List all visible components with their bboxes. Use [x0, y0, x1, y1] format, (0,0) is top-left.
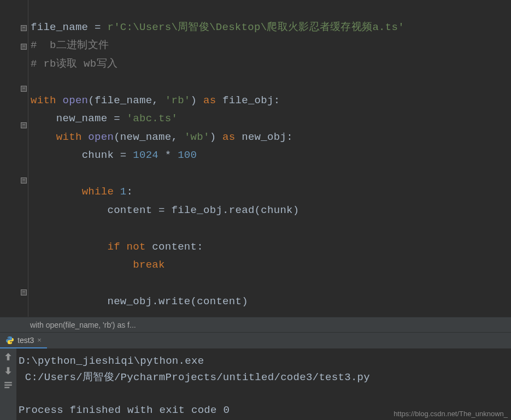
code-token: file_obj: [222, 94, 274, 107]
code-token: 100: [178, 149, 197, 161]
fold-icon[interactable]: [21, 122, 27, 128]
code-token: while: [82, 186, 114, 198]
run-tabs: test3 ×: [0, 332, 511, 348]
code-token: new_name: [120, 131, 172, 143]
arrow-up-icon[interactable]: [3, 352, 13, 362]
python-icon: [5, 336, 14, 345]
svg-rect-0: [4, 382, 12, 383]
tab-test3[interactable]: test3 ×: [0, 333, 47, 348]
code-token: b: [50, 39, 56, 51]
code-token: file_obj: [171, 204, 222, 216]
wrap-icon[interactable]: [3, 380, 13, 390]
fold-icon[interactable]: [21, 25, 27, 31]
code-token: =: [88, 21, 107, 33]
code-token: 二进制文件: [56, 39, 109, 51]
console-line: Process finished with exit code 0: [19, 404, 230, 416]
watermark: https://blog.csdn.net/The_unknown_: [393, 410, 508, 418]
code-token: as: [222, 131, 235, 143]
console-line: C:/Users/周智俊/PycharmProjects/untitled/co…: [19, 371, 370, 383]
code-token: r: [107, 21, 114, 33]
code-token: .read(chunk): [222, 204, 299, 216]
code-token: chunk: [82, 149, 114, 161]
code-token: *: [158, 149, 178, 161]
code-token: content: [152, 241, 197, 253]
code-token: # rb读取 wb写入: [31, 58, 118, 70]
code-token: new_name: [56, 113, 108, 125]
console-panel: D:\python_jieshiqi\python.exe C:/Users/周…: [0, 348, 511, 420]
close-icon[interactable]: ×: [37, 336, 42, 344]
editor-area: file_name = r'C:\Users\周智俊\Desktop\爬取火影忍…: [0, 0, 511, 317]
code-token: content: [107, 204, 152, 216]
code-token: break: [133, 259, 165, 271]
editor-gutter: [0, 0, 28, 317]
code-token: not: [127, 241, 146, 253]
code-token: open: [88, 131, 114, 143]
code-token: .write(content): [152, 295, 248, 307]
fold-icon[interactable]: [21, 289, 27, 295]
tab-label: test3: [17, 336, 34, 345]
svg-rect-2: [4, 387, 9, 388]
fold-icon[interactable]: [21, 44, 27, 50]
breadcrumb[interactable]: with open(file_name, 'rb') as f...: [0, 317, 511, 332]
code-token: with: [31, 94, 56, 107]
code-token: with: [56, 131, 82, 143]
code-token: open: [63, 94, 89, 107]
code-token: 'rb': [165, 94, 191, 107]
fold-icon[interactable]: [21, 86, 27, 92]
svg-rect-1: [4, 384, 12, 386]
console-gutter: [0, 348, 16, 420]
code-token: 'abc.ts': [127, 113, 178, 125]
code-token: 'wb': [184, 131, 210, 143]
arrow-down-icon[interactable]: [3, 366, 13, 376]
code-token: 1024: [133, 149, 158, 161]
console-line: D:\python_jieshiqi\python.exe: [19, 355, 204, 367]
code-token: as: [203, 94, 216, 107]
code-token: 1: [120, 186, 127, 198]
code-token: #: [31, 39, 50, 51]
code-token: file_name: [31, 21, 88, 33]
code-token: file_name: [95, 94, 152, 107]
code-token: new_obj: [107, 295, 152, 307]
fold-icon[interactable]: [21, 178, 27, 184]
code-token: 'C:\Users\周智俊\Desktop\爬取火影忍者缓存视频a.ts': [114, 21, 404, 33]
code-content[interactable]: file_name = r'C:\Users\周智俊\Desktop\爬取火影忍…: [28, 0, 511, 317]
code-token: if: [107, 241, 120, 253]
code-token: new_obj: [242, 131, 286, 143]
